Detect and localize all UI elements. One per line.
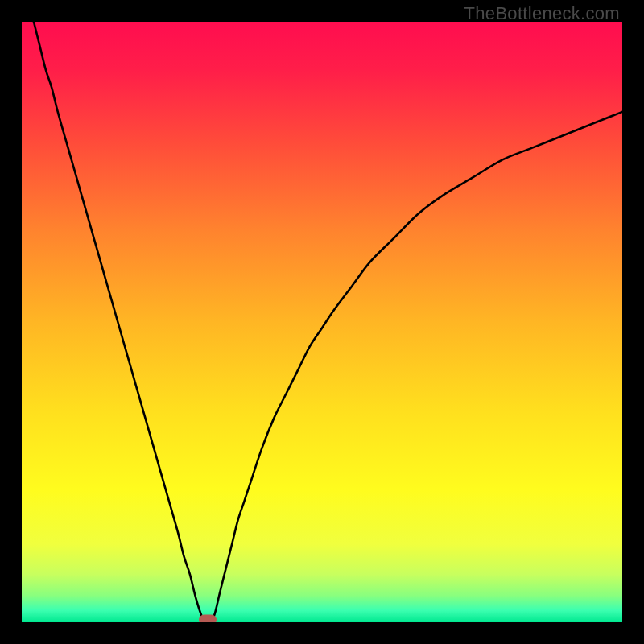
gradient-background (22, 22, 622, 622)
plot-area (22, 22, 622, 622)
svg-rect-0 (22, 22, 622, 622)
chart-container: TheBottleneck.com (0, 0, 644, 644)
watermark-text: TheBottleneck.com (464, 3, 620, 24)
optimum-marker (199, 615, 217, 623)
